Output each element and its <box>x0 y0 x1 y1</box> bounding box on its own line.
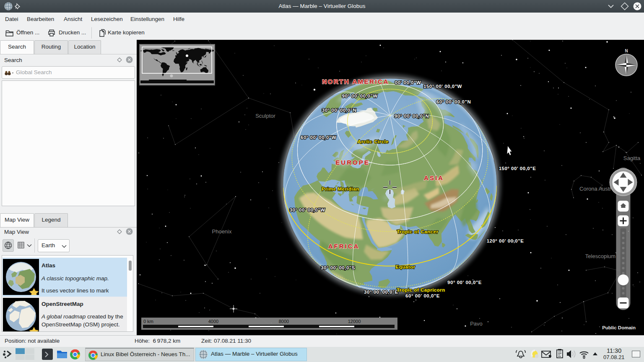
svg-text:150° 00' 00,0"E: 150° 00' 00,0"E <box>499 166 536 171</box>
svg-text:90° 00' 00,0"E: 90° 00' 00,0"E <box>447 280 482 285</box>
svg-text:Prime Meridian: Prime Meridian <box>322 186 359 191</box>
svg-text:N: N <box>625 49 628 53</box>
svg-text:Corona Austr: Corona Austr <box>579 186 612 192</box>
svg-text:Equator: Equator <box>396 264 415 269</box>
svg-text:30° 00' 00,0"W: 30° 00' 00,0"W <box>290 207 325 212</box>
svg-text:AFRICA: AFRICA <box>328 243 360 250</box>
svg-text:Tropic of Capricorn: Tropic of Capricorn <box>397 287 445 292</box>
svg-text:120° 00' 00,0"E: 120° 00' 00,0"E <box>487 238 524 243</box>
svg-text:Pavo: Pavo <box>470 321 483 327</box>
svg-text:Sagitta: Sagitta <box>623 155 641 161</box>
svg-text:90° 00' 00,0"W: 90° 00' 00,0"W <box>342 93 378 98</box>
svg-text:Sculptor: Sculptor <box>255 113 275 119</box>
svg-text:Tropic of Cancer: Tropic of Cancer <box>397 229 439 234</box>
svg-text:30° 00' 00,0"S: 30° 00' 00,0"S <box>321 265 355 270</box>
svg-text:150° 00' 00,0"W: 150° 00' 00,0"W <box>423 84 462 89</box>
svg-text:Telescopium: Telescopium <box>585 253 615 259</box>
svg-text:0 km: 0 km <box>143 319 153 324</box>
svg-text:60° 00' 00,0"W: 60° 00' 00,0"W <box>301 135 336 140</box>
svg-text:Phoenix: Phoenix <box>212 228 232 235</box>
svg-text:NORTH AMERICA: NORTH AMERICA <box>322 78 389 85</box>
svg-text:4000: 4000 <box>208 319 218 324</box>
svg-text:00' 00,0"W: 00' 00,0"W <box>395 80 421 85</box>
svg-text:12000: 12000 <box>348 319 361 324</box>
svg-text:30° 00' 00,0"E: 30° 00' 00,0"E <box>364 290 398 295</box>
svg-text:8000: 8000 <box>279 319 289 324</box>
svg-text:Arctic Circle: Arctic Circle <box>358 139 389 144</box>
svg-text:30° 00' 00,0"N: 30° 00' 00,0"N <box>322 108 356 113</box>
svg-text:90° 00' 00,0"N: 90° 00' 00,0"N <box>395 114 429 119</box>
svg-text:Public Domain: Public Domain <box>602 325 636 330</box>
svg-text:ASIA: ASIA <box>424 174 444 181</box>
svg-text:60° 00' 00,0"E: 60° 00' 00,0"E <box>405 293 440 298</box>
svg-text:60° 00' 00,0"N: 60° 00' 00,0"N <box>436 99 471 104</box>
svg-text:EUROPE: EUROPE <box>335 159 369 166</box>
